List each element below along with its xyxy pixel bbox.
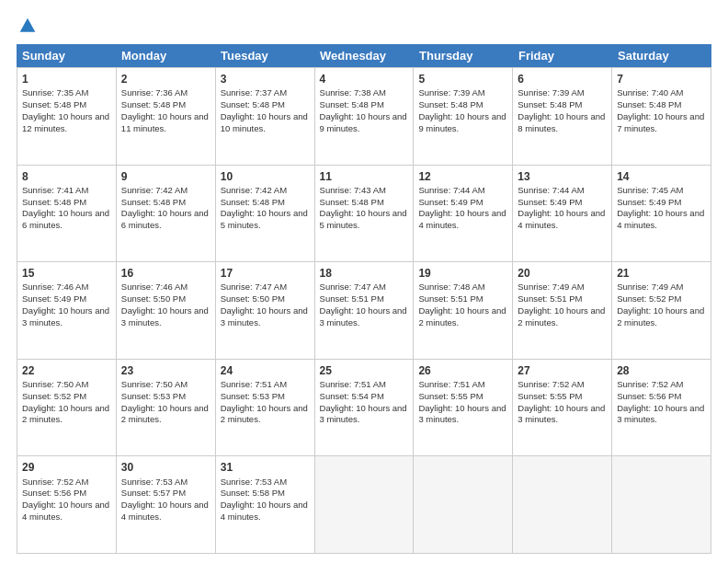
daylight-info: Daylight: 10 hours and 4 minutes.	[221, 500, 308, 522]
daylight-info: Daylight: 10 hours and 9 minutes.	[320, 111, 407, 133]
sunrise-info: Sunrise: 7:39 AM	[518, 87, 584, 98]
calendar-cell-11: 11Sunrise: 7:43 AMSunset: 5:48 PMDayligh…	[315, 166, 415, 262]
page: SundayMondayTuesdayWednesdayThursdayFrid…	[0, 0, 728, 563]
day-number: 27	[518, 363, 607, 378]
sunrise-info: Sunrise: 7:48 AM	[418, 282, 484, 292]
day-number: 9	[121, 169, 210, 184]
sunset-info: Sunset: 5:48 PM	[518, 99, 582, 109]
calendar-cell-23: 23Sunrise: 7:50 AMSunset: 5:53 PMDayligh…	[117, 360, 216, 456]
day-number: 20	[518, 266, 607, 281]
calendar-header: SundayMondayTuesdayWednesdayThursdayFrid…	[17, 44, 711, 67]
sunset-info: Sunset: 5:50 PM	[121, 293, 186, 304]
day-number: 6	[518, 72, 607, 86]
sunrise-info: Sunrise: 7:44 AM	[418, 185, 484, 195]
sunset-info: Sunset: 5:48 PM	[22, 99, 86, 109]
daylight-info: Daylight: 10 hours and 11 minutes.	[121, 111, 209, 133]
daylight-info: Daylight: 10 hours and 3 minutes.	[617, 403, 704, 425]
daylight-info: Daylight: 10 hours and 12 minutes.	[22, 111, 109, 133]
day-number: 22	[22, 363, 111, 378]
daylight-info: Daylight: 10 hours and 3 minutes.	[320, 305, 407, 327]
calendar-cell-10: 10Sunrise: 7:42 AMSunset: 5:48 PMDayligh…	[216, 166, 315, 262]
sunset-info: Sunset: 5:48 PM	[617, 99, 681, 109]
sunrise-info: Sunrise: 7:45 AM	[617, 185, 683, 195]
sunset-info: Sunset: 5:48 PM	[22, 197, 86, 207]
day-number: 12	[418, 169, 507, 184]
daylight-info: Daylight: 10 hours and 2 minutes.	[221, 403, 308, 425]
sunrise-info: Sunrise: 7:46 AM	[22, 282, 88, 292]
daylight-info: Daylight: 10 hours and 2 minutes.	[22, 403, 109, 425]
daylight-info: Daylight: 10 hours and 3 minutes.	[221, 305, 308, 327]
calendar-cell-9: 9Sunrise: 7:42 AMSunset: 5:48 PMDaylight…	[117, 166, 216, 262]
calendar-cell-7: 7Sunrise: 7:40 AMSunset: 5:48 PMDaylight…	[612, 68, 711, 165]
day-number: 31	[221, 460, 310, 475]
day-number: 2	[121, 72, 210, 86]
calendar-cell-16: 16Sunrise: 7:46 AMSunset: 5:50 PMDayligh…	[117, 262, 216, 359]
sunrise-info: Sunrise: 7:38 AM	[320, 87, 386, 98]
sunset-info: Sunset: 5:58 PM	[221, 488, 285, 498]
daylight-info: Daylight: 10 hours and 9 minutes.	[418, 111, 506, 133]
daylight-info: Daylight: 10 hours and 6 minutes.	[22, 208, 109, 230]
day-number: 4	[320, 72, 409, 86]
sunset-info: Sunset: 5:53 PM	[221, 391, 285, 401]
sunset-info: Sunset: 5:51 PM	[518, 293, 582, 304]
header	[17, 17, 711, 35]
calendar-cell-26: 26Sunrise: 7:51 AMSunset: 5:55 PMDayligh…	[414, 360, 513, 456]
header-cell-tuesday: Tuesday	[215, 44, 314, 67]
sunset-info: Sunset: 5:49 PM	[617, 197, 681, 207]
daylight-info: Daylight: 10 hours and 2 minutes.	[518, 305, 605, 327]
day-number: 1	[22, 72, 111, 86]
calendar-cell-13: 13Sunrise: 7:44 AMSunset: 5:49 PMDayligh…	[513, 166, 612, 262]
sunset-info: Sunset: 5:49 PM	[518, 197, 582, 207]
sunrise-info: Sunrise: 7:52 AM	[518, 379, 584, 389]
sunset-info: Sunset: 5:51 PM	[418, 293, 483, 304]
header-cell-saturday: Saturday	[612, 44, 711, 67]
calendar-cell-12: 12Sunrise: 7:44 AMSunset: 5:49 PMDayligh…	[414, 166, 513, 262]
day-number: 8	[22, 169, 111, 184]
sunrise-info: Sunrise: 7:36 AM	[121, 87, 188, 98]
sunset-info: Sunset: 5:48 PM	[320, 197, 384, 207]
sunrise-info: Sunrise: 7:53 AM	[121, 477, 188, 487]
daylight-info: Daylight: 10 hours and 3 minutes.	[121, 305, 209, 327]
sunset-info: Sunset: 5:56 PM	[617, 391, 681, 401]
sunset-info: Sunset: 5:56 PM	[22, 488, 86, 498]
sunrise-info: Sunrise: 7:49 AM	[617, 282, 683, 292]
calendar-cell-15: 15Sunrise: 7:46 AMSunset: 5:49 PMDayligh…	[17, 262, 117, 359]
sunrise-info: Sunrise: 7:37 AM	[221, 87, 287, 98]
day-number: 26	[418, 363, 507, 378]
calendar-cell-24: 24Sunrise: 7:51 AMSunset: 5:53 PMDayligh…	[216, 360, 315, 456]
calendar-cell-17: 17Sunrise: 7:47 AMSunset: 5:50 PMDayligh…	[216, 262, 315, 359]
sunrise-info: Sunrise: 7:52 AM	[22, 477, 88, 487]
daylight-info: Daylight: 10 hours and 8 minutes.	[518, 111, 605, 133]
daylight-info: Daylight: 10 hours and 2 minutes.	[617, 305, 704, 327]
sunrise-info: Sunrise: 7:46 AM	[121, 282, 188, 292]
daylight-info: Daylight: 10 hours and 7 minutes.	[617, 111, 704, 133]
header-cell-wednesday: Wednesday	[314, 44, 414, 67]
day-number: 21	[617, 266, 706, 281]
header-cell-thursday: Thursday	[414, 44, 513, 67]
daylight-info: Daylight: 10 hours and 4 minutes.	[22, 500, 109, 522]
calendar-cell-8: 8Sunrise: 7:41 AMSunset: 5:48 PMDaylight…	[17, 166, 117, 262]
calendar-cell-5: 5Sunrise: 7:39 AMSunset: 5:48 PMDaylight…	[414, 68, 513, 165]
day-number: 7	[617, 72, 706, 86]
sunrise-info: Sunrise: 7:40 AM	[617, 87, 683, 98]
calendar-cell-28: 28Sunrise: 7:52 AMSunset: 5:56 PMDayligh…	[612, 360, 711, 456]
sunset-info: Sunset: 5:48 PM	[221, 99, 285, 109]
day-number: 3	[221, 72, 310, 86]
header-cell-sunday: Sunday	[17, 44, 116, 67]
day-number: 13	[518, 169, 607, 184]
day-number: 5	[418, 72, 507, 86]
calendar-cell-empty	[414, 456, 513, 553]
day-number: 18	[320, 266, 409, 281]
day-number: 19	[418, 266, 507, 281]
daylight-info: Daylight: 10 hours and 4 minutes.	[418, 208, 506, 230]
sunset-info: Sunset: 5:48 PM	[121, 99, 186, 109]
sunset-info: Sunset: 5:48 PM	[221, 197, 285, 207]
sunrise-info: Sunrise: 7:41 AM	[22, 185, 88, 195]
day-number: 28	[617, 363, 706, 378]
sunset-info: Sunset: 5:48 PM	[121, 197, 186, 207]
sunrise-info: Sunrise: 7:42 AM	[121, 185, 188, 195]
calendar-row-4: 22Sunrise: 7:50 AMSunset: 5:52 PMDayligh…	[17, 359, 711, 456]
header-cell-friday: Friday	[513, 44, 612, 67]
day-number: 24	[221, 363, 310, 378]
day-number: 30	[121, 460, 210, 475]
